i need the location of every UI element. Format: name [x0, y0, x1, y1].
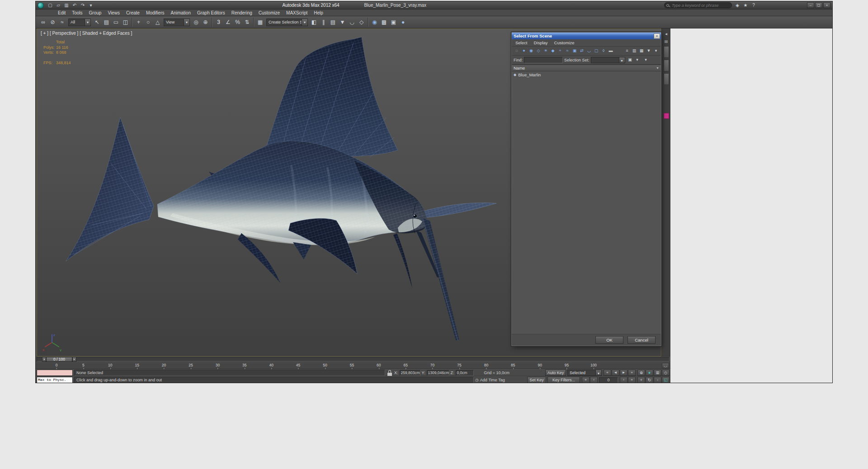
- key-filters-button[interactable]: Key Filters...: [547, 377, 580, 383]
- display-mode-columns-icon[interactable]: ▦: [638, 47, 645, 54]
- rendered-frame-window-icon[interactable]: ▣: [389, 18, 398, 27]
- menu-maxscript[interactable]: MAXScript: [283, 9, 311, 16]
- panel-scroll-segment[interactable]: [664, 73, 669, 85]
- display-shapes-icon[interactable]: ◇: [535, 47, 542, 54]
- find-input[interactable]: [524, 57, 563, 63]
- close-button[interactable]: ×: [823, 2, 830, 8]
- select-and-link-icon[interactable]: ∞: [38, 18, 48, 27]
- field-of-view-icon[interactable]: ◇: [662, 370, 670, 376]
- next-frame-button[interactable]: ›: [620, 377, 627, 383]
- zoom-extents-icon[interactable]: ●: [646, 370, 653, 376]
- mirror-icon[interactable]: ◧: [309, 18, 319, 27]
- display-frozen-icon[interactable]: ◊: [600, 47, 607, 54]
- display-geometry-icon[interactable]: ◉: [528, 47, 535, 54]
- schematic-view-icon[interactable]: ◇: [357, 18, 366, 27]
- menu-select[interactable]: Select: [512, 39, 530, 46]
- time-slider[interactable]: ◄ 0 / 100 ►: [36, 356, 670, 362]
- zoom-region-icon[interactable]: ⊞: [654, 370, 661, 376]
- menu-create[interactable]: Create: [123, 9, 143, 16]
- edit-named-selection-sets-icon[interactable]: ▦: [255, 18, 265, 27]
- use-pivot-point-center-icon[interactable]: ◎: [191, 18, 201, 27]
- viewport-shading-menu[interactable]: [ Shaded + Edged Faces ]: [80, 31, 132, 36]
- orbit-icon[interactable]: ↻: [646, 377, 653, 383]
- display-hidden-icon[interactable]: ▬: [607, 47, 614, 54]
- current-frame-field[interactable]: 0: [599, 377, 618, 383]
- select-and-rotate-icon[interactable]: ○: [143, 18, 153, 27]
- selected-filter-dropdown[interactable]: Selected▼: [567, 370, 602, 376]
- cancel-button[interactable]: Cancel: [627, 336, 656, 344]
- dialog-more-button[interactable]: ▾: [642, 56, 650, 63]
- open-mini-curve-editor-button[interactable]: ◡: [662, 363, 669, 368]
- display-bones-icon[interactable]: ◡: [585, 47, 593, 54]
- command-panel-tab-icon[interactable]: ▤: [663, 38, 670, 44]
- display-all-icon[interactable]: ●: [520, 47, 528, 54]
- display-mode-detail-icon[interactable]: ▥: [631, 47, 638, 54]
- snaps-toggle-icon[interactable]: 3: [214, 18, 223, 27]
- select-and-scale-icon[interactable]: △: [153, 18, 162, 27]
- dialog-options-icon[interactable]: ▾: [652, 47, 660, 54]
- dialog-title-bar[interactable]: Select From Scene ×: [512, 33, 661, 39]
- menu-animation[interactable]: Animation: [167, 9, 193, 16]
- menu-display[interactable]: Display: [530, 39, 551, 46]
- display-none-icon[interactable]: ◌: [513, 47, 520, 54]
- selection-set-dropdown[interactable]: ▼: [591, 57, 625, 63]
- select-and-manipulate-icon[interactable]: ⊕: [201, 18, 210, 27]
- new-scene-icon[interactable]: ▢: [46, 2, 54, 9]
- display-mode-list-icon[interactable]: ≡: [623, 47, 631, 54]
- previous-frame-button[interactable]: ‹: [590, 377, 598, 383]
- save-selection-set-icon[interactable]: ▣: [627, 56, 634, 63]
- angle-snap-icon[interactable]: ∠: [223, 18, 233, 27]
- track-bar[interactable]: 0510152025303540455055606570758085909510…: [36, 362, 670, 369]
- window-crossing-icon[interactable]: ◫: [121, 18, 130, 27]
- display-helpers-icon[interactable]: +: [557, 47, 564, 54]
- selection-set-menu-icon[interactable]: ▾: [634, 56, 641, 63]
- pan-icon[interactable]: +: [637, 377, 645, 383]
- display-containers-icon[interactable]: ▢: [593, 47, 600, 54]
- redo-icon[interactable]: ↷: [79, 2, 87, 9]
- filter-selection-icon[interactable]: ▼: [645, 47, 652, 54]
- favorites-icon[interactable]: ★: [741, 2, 750, 9]
- render-setup-icon[interactable]: ▩: [379, 18, 389, 27]
- menu-group[interactable]: Group: [86, 9, 105, 16]
- bind-to-space-warp-icon[interactable]: ≈: [57, 18, 67, 27]
- viewport-general-menu[interactable]: [ + ]: [41, 31, 48, 36]
- menu-modifiers[interactable]: Modifiers: [143, 9, 168, 16]
- rectangular-selection-region-icon[interactable]: ▭: [111, 18, 121, 27]
- help-icon[interactable]: ?: [750, 2, 758, 9]
- name-column-header[interactable]: Name ▼: [512, 65, 661, 71]
- menu-views[interactable]: Views: [104, 9, 123, 16]
- curve-editor-icon[interactable]: ◡: [347, 18, 357, 27]
- scene-object-row[interactable]: ◆ Blue_Marlin: [512, 71, 661, 78]
- select-by-name-icon[interactable]: ▤: [102, 18, 111, 27]
- render-production-icon[interactable]: ●: [398, 18, 408, 27]
- menu-help[interactable]: Help: [311, 9, 326, 16]
- time-slider-handle[interactable]: 0 / 100: [46, 357, 72, 362]
- named-selection-sets-dropdown[interactable]: Create Selection Set▼: [266, 19, 308, 26]
- auto-key-button[interactable]: Auto Key: [545, 370, 566, 376]
- panel-scroll-segment[interactable]: [664, 46, 669, 58]
- menu-rendering[interactable]: Rendering: [228, 9, 255, 16]
- z-coordinate-field[interactable]: 0,0cm: [456, 370, 474, 376]
- panel-scroll-segment[interactable]: [664, 60, 669, 71]
- selection-lock-icon[interactable]: [387, 370, 392, 376]
- display-cameras-icon[interactable]: ◆: [549, 47, 557, 54]
- project-folder-icon[interactable]: ▾: [87, 2, 95, 9]
- open-file-icon[interactable]: ▱: [54, 2, 62, 9]
- menu-customize[interactable]: Customize: [255, 9, 283, 16]
- previous-key-button[interactable]: ◄: [612, 370, 619, 376]
- percent-snap-icon[interactable]: %: [233, 18, 242, 27]
- go-to-end-button[interactable]: »: [628, 370, 636, 376]
- selection-filter-dropdown[interactable]: All▼: [68, 19, 91, 26]
- maxscript-mini-listener[interactable]: Max to Physc.: [37, 377, 73, 383]
- zoom-icon[interactable]: ⊕: [637, 370, 645, 376]
- set-key-button[interactable]: Set Key: [527, 377, 546, 383]
- display-groups-icon[interactable]: ▣: [571, 47, 578, 54]
- minimize-button[interactable]: –: [807, 2, 814, 8]
- x-coordinate-field[interactable]: 259,803cm: [400, 370, 420, 376]
- restore-button[interactable]: ◻: [815, 2, 822, 8]
- next-frame-nub[interactable]: ►: [72, 357, 76, 362]
- time-slider-track[interactable]: [37, 357, 670, 361]
- ok-button[interactable]: OK: [595, 336, 623, 344]
- go-to-start-frame-button[interactable]: «: [582, 377, 590, 383]
- select-and-move-icon[interactable]: +: [134, 18, 143, 27]
